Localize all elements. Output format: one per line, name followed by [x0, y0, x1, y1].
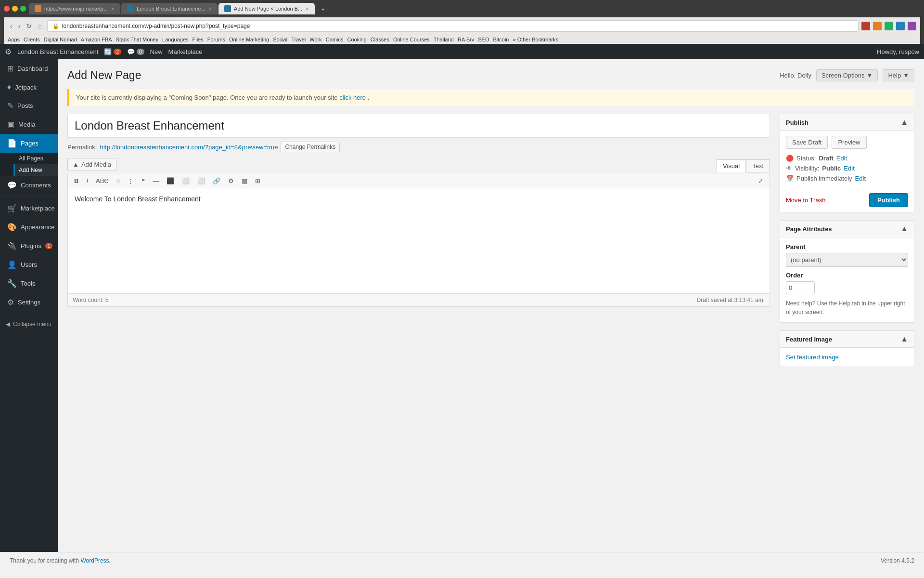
set-featured-image-link[interactable]: Set featured image — [786, 354, 839, 361]
bookmark-thailand[interactable]: Thailand — [434, 37, 454, 42]
extension-icon-1[interactable] — [861, 22, 870, 30]
admin-bar-howdy[interactable]: Howdy, ruspow — [877, 48, 919, 55]
toolbar-table[interactable]: ▦ — [238, 175, 251, 186]
toolbar-align-right[interactable]: ⬜ — [194, 175, 208, 186]
publish-button[interactable]: Publish — [869, 193, 908, 207]
bookmark-other[interactable]: » Other Bookmarks — [513, 37, 558, 42]
toolbar-expand[interactable]: ⤢ — [755, 175, 767, 186]
sidebar-item-marketplace[interactable]: 🛒 Marketplace — [0, 199, 58, 218]
change-permalinks-button[interactable]: Change Permalinks — [281, 142, 340, 152]
bookmark-files[interactable]: Files — [192, 37, 204, 42]
publish-panel-header[interactable]: Publish ▲ — [780, 114, 914, 131]
browser-tab-1[interactable]: https://www.mojomarketp... ✕ — [29, 3, 120, 14]
page-attributes-header[interactable]: Page Attributes ▲ — [780, 221, 914, 237]
footer-wp-link[interactable]: WordPress — [80, 557, 109, 564]
featured-image-header[interactable]: Featured Image ▲ — [780, 331, 914, 348]
parent-select[interactable]: (no parent) — [786, 253, 908, 267]
help-button[interactable]: Help ▼ — [883, 69, 914, 81]
wp-logo[interactable]: ⚙ — [5, 47, 12, 56]
bookmark-apps[interactable]: Apps — [8, 37, 20, 42]
bookmark-clients[interactable]: Clients — [24, 37, 40, 42]
toolbar-ordered-list[interactable]: ⋮ — [124, 175, 137, 186]
bookmark-digital-nomad[interactable]: Digital Nomad — [44, 37, 77, 42]
publish-time-edit-link[interactable]: Edit — [855, 175, 866, 182]
sidebar-item-plugins[interactable]: 🔌 Plugins 1 — [0, 236, 58, 255]
back-button[interactable]: ‹ — [8, 21, 15, 31]
sidebar-item-tools[interactable]: 🔧 Tools — [0, 274, 58, 293]
bookmark-comics[interactable]: Comics — [326, 37, 344, 42]
text-tab[interactable]: Text — [746, 159, 770, 172]
bookmark-online-marketing[interactable]: Online Marketing — [229, 37, 269, 42]
collapse-menu-button[interactable]: ◀ Collapse menu — [0, 316, 58, 332]
sidebar-item-appearance[interactable]: 🎨 Appearance — [0, 218, 58, 236]
browser-tab-3[interactable]: Add New Page < London B... ✕ — [218, 3, 315, 14]
visibility-edit-link[interactable]: Edit — [844, 165, 854, 172]
toolbar-more[interactable]: ⚙ — [225, 175, 237, 186]
add-media-button[interactable]: ▲ Add Media — [67, 158, 116, 171]
admin-bar-comments[interactable]: 💬 0 — [127, 48, 144, 55]
extension-icon-5[interactable] — [908, 22, 916, 30]
admin-bar-new[interactable]: New — [150, 48, 163, 55]
save-draft-button[interactable]: Save Draft — [786, 136, 828, 149]
sidebar-sub-add-new[interactable]: Add New — [13, 164, 58, 176]
extension-icon-3[interactable] — [885, 22, 893, 30]
toolbar-align-center[interactable]: ⬜ — [179, 175, 193, 186]
bookmark-social[interactable]: Social — [273, 37, 287, 42]
bookmark-ra-srv[interactable]: RA Srv — [458, 37, 474, 42]
screen-options-button[interactable]: Screen Options ▼ — [816, 69, 878, 81]
sidebar-item-pages[interactable]: 📄 Pages — [0, 134, 58, 153]
extension-icon-4[interactable] — [896, 22, 905, 30]
admin-bar-site-name[interactable]: London Breast Enhancement — [17, 48, 98, 55]
bookmark-languages[interactable]: Languages — [162, 37, 188, 42]
tab-close-2[interactable]: ✕ — [208, 6, 212, 12]
refresh-button[interactable]: ↻ — [24, 21, 34, 31]
permalink-url[interactable]: http://londonbreastenhancement.com/?page… — [100, 144, 278, 151]
sidebar-item-jetpack[interactable]: ♦ Jetpack — [0, 78, 58, 96]
toolbar-strikethrough[interactable]: ABC — [92, 175, 112, 186]
bookmark-online-courses[interactable]: Online Courses — [393, 37, 430, 42]
toolbar-italic[interactable]: I — [83, 175, 91, 186]
bookmark-work[interactable]: Work — [309, 37, 321, 42]
toolbar-blockquote[interactable]: ❝ — [138, 175, 148, 186]
close-dot[interactable] — [4, 6, 10, 12]
bookmark-cooking[interactable]: Cooking — [347, 37, 366, 42]
bookmark-seo[interactable]: SEO — [478, 37, 489, 42]
post-title-input[interactable] — [67, 114, 770, 138]
editor-body[interactable]: Welcome To London Breast Enhancement — [67, 188, 770, 294]
sidebar-item-posts[interactable]: ✎ Posts — [0, 96, 58, 115]
address-bar[interactable]: 🔒 londonbreastenhancement.com/wp-admin/p… — [47, 20, 859, 32]
forward-button[interactable]: › — [16, 21, 23, 31]
visual-tab[interactable]: Visual — [717, 159, 746, 172]
toolbar-align-left[interactable]: ⬛ — [163, 175, 178, 186]
admin-bar-marketplace[interactable]: Marketplace — [168, 48, 203, 55]
tab-close-1[interactable]: ✕ — [111, 6, 115, 12]
sidebar-sub-all-pages[interactable]: All Pages — [13, 153, 58, 164]
toolbar-link[interactable]: 🔗 — [209, 175, 224, 186]
toolbar-fullscreen[interactable]: ⊞ — [252, 175, 264, 186]
sidebar-item-comments[interactable]: 💬 Comments — [0, 176, 58, 195]
bookmark-stack-money[interactable]: Stack That Money — [116, 37, 158, 42]
order-input[interactable] — [786, 281, 815, 294]
toolbar-unordered-list[interactable]: ≡ — [113, 175, 124, 186]
sidebar-item-media[interactable]: ▣ Media — [0, 115, 58, 134]
bookmark-travel[interactable]: Travel — [291, 37, 306, 42]
sidebar-item-settings[interactable]: ⚙ Settings — [0, 293, 58, 312]
toolbar-horizontal-rule[interactable]: — — [149, 175, 162, 186]
admin-bar-updates[interactable]: 🔄 2 — [104, 48, 121, 55]
bookmark-amazon-fba[interactable]: Amazon FBA — [81, 37, 112, 42]
new-tab-button[interactable]: + — [316, 4, 330, 14]
sidebar-item-dashboard[interactable]: ⊞ Dashboard — [0, 59, 58, 78]
status-edit-link[interactable]: Edit — [836, 155, 847, 162]
maximize-dot[interactable] — [20, 6, 26, 12]
sidebar-item-users[interactable]: 👤 Users — [0, 255, 58, 274]
move-to-trash-link[interactable]: Move to Trash — [786, 197, 825, 204]
bookmark-classes[interactable]: Classes — [371, 37, 389, 42]
minimize-dot[interactable] — [12, 6, 18, 12]
preview-button[interactable]: Preview — [832, 136, 866, 149]
bookmark-forums[interactable]: Forums — [207, 37, 225, 42]
home-button[interactable]: ⌂ — [35, 21, 44, 31]
extension-icon-2[interactable] — [873, 22, 882, 30]
notice-link[interactable]: click here — [339, 94, 366, 101]
toolbar-bold[interactable]: B — [71, 175, 82, 186]
bookmark-bitcoin[interactable]: Bitcoin — [493, 37, 509, 42]
